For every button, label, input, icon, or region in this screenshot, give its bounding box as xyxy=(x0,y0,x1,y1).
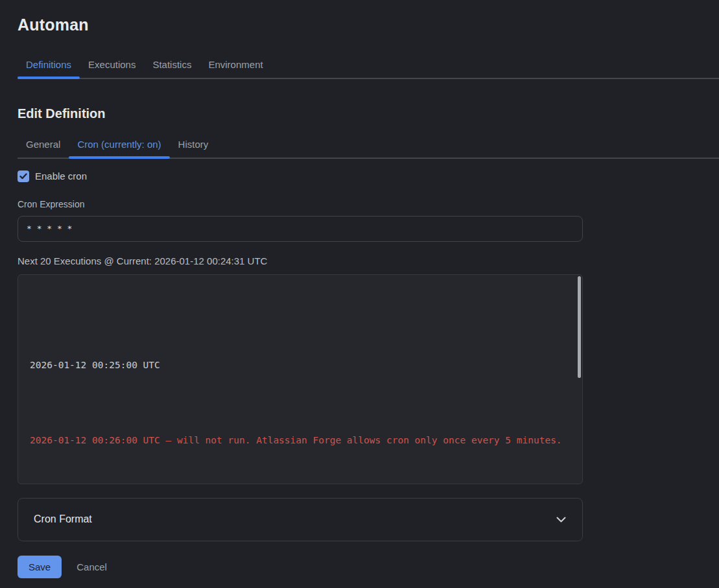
sub-tab[interactable]: Cron (currently: on) xyxy=(69,137,169,158)
cron-expression-label: Cron Expression xyxy=(18,199,719,210)
console-line: 2026-01-12 00:25:00 UTC xyxy=(30,356,571,375)
chevron-down-icon xyxy=(556,517,566,523)
main-tab[interactable]: Definitions xyxy=(18,57,80,78)
save-button[interactable]: Save xyxy=(18,556,62,578)
cron-format-accordion[interactable]: Cron Format xyxy=(18,498,583,541)
console-scrollbar-thumb[interactable] xyxy=(578,276,581,378)
main-tab[interactable]: Executions xyxy=(80,57,144,78)
main-tab[interactable]: Environment xyxy=(200,57,271,78)
sub-tabbar: General Cron (currently: on) History xyxy=(18,137,719,159)
app-title: Automan xyxy=(18,16,719,34)
cron-format-label: Cron Format xyxy=(34,513,92,525)
sub-tab[interactable]: General xyxy=(18,137,69,158)
console-line: 2026-01-12 00:26:00 UTC — will not run. … xyxy=(30,431,571,450)
enable-cron-checkbox-row[interactable]: Enable cron xyxy=(18,171,719,182)
enable-cron-label: Enable cron xyxy=(35,171,87,182)
checkmark-icon xyxy=(19,173,27,180)
sub-tab[interactable]: History xyxy=(170,137,217,158)
console-lines: 2026-01-12 00:25:00 UTC 2026-01-12 00:26… xyxy=(18,275,582,484)
form-actions: Save Cancel xyxy=(18,556,719,578)
enable-cron-checkbox[interactable] xyxy=(18,171,29,182)
main-tabbar: Definitions Executions Statistics Enviro… xyxy=(18,57,719,79)
main-tab[interactable]: Statistics xyxy=(144,57,200,78)
executions-preview-console: 2026-01-12 00:25:00 UTC 2026-01-12 00:26… xyxy=(18,274,583,484)
cron-expression-input[interactable] xyxy=(18,216,583,242)
page-title: Edit Definition xyxy=(18,106,719,121)
cancel-button[interactable]: Cancel xyxy=(75,556,108,578)
next-executions-label: Next 20 Executions @ Current: 2026-01-12… xyxy=(18,255,719,266)
